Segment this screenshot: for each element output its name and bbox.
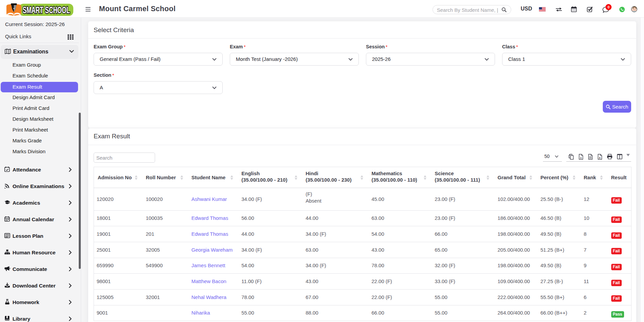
svg-text:A: A xyxy=(599,157,600,159)
svg-text:SMART SCHOOL: SMART SCHOOL xyxy=(23,5,70,15)
svg-text:x: x xyxy=(580,156,581,159)
